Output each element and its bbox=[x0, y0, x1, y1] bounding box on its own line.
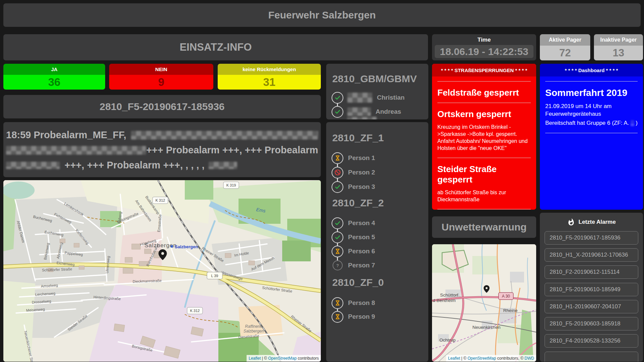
map-attribution: Leaflet | © OpenStreetMap contributors, … bbox=[446, 355, 536, 362]
road-badge: K 312 bbox=[190, 309, 200, 313]
weather-map[interactable]: A 30 Schüttorf d Bentheim Ochtrup Neuenk… bbox=[432, 244, 536, 362]
einsatz-info-title: EINSATZ-INFO bbox=[3, 34, 428, 60]
main-map[interactable]: Schüttorfer Straße Schüttorfer Straße Rh… bbox=[3, 180, 321, 362]
dashboard-screen: Feuerwehr Salzbergen EINSATZ-INFO Time 1… bbox=[0, 0, 644, 362]
check-icon bbox=[332, 106, 343, 118]
check-icon bbox=[332, 181, 343, 193]
event-id: 2810_F5-20190617-185936 bbox=[3, 95, 321, 118]
weather-map-canvas: A 30 Schüttorf d Bentheim Ochtrup Neuenk… bbox=[432, 244, 536, 362]
industrial-label-line1: Raffinerie bbox=[245, 324, 262, 329]
member-name: Person 6 bbox=[348, 248, 375, 255]
member-row: Person 4 bbox=[332, 216, 375, 230]
clock-value: 18.06.19 - 14:22:53 bbox=[435, 45, 533, 58]
response-yes-box: JA 36 bbox=[3, 64, 105, 90]
divider bbox=[437, 209, 531, 209]
no-entry-icon bbox=[332, 167, 343, 178]
inactive-pager-count: 13 bbox=[594, 46, 643, 60]
response-none-label: keine Rückmeldungen bbox=[218, 64, 321, 75]
response-no-box: NEIN 9 bbox=[109, 64, 213, 90]
check-icon bbox=[332, 231, 343, 243]
redacted-text bbox=[6, 162, 60, 169]
road-badge: K 312 bbox=[156, 198, 165, 202]
check-icon bbox=[332, 92, 343, 104]
redacted-name bbox=[347, 117, 377, 119]
hourglass-icon bbox=[332, 152, 343, 164]
town-label: d Bentheim bbox=[433, 298, 456, 303]
divider bbox=[545, 133, 638, 133]
flame-icon bbox=[567, 218, 575, 226]
active-pager-box: Aktive Pager 72 bbox=[540, 34, 590, 60]
redacted-name bbox=[631, 120, 634, 126]
member-row: Person 6 bbox=[332, 245, 375, 258]
roadblocks-header: * * * * STRAßENSPERRUNGEN * * * * bbox=[432, 64, 536, 76]
group-title: 2810_ZF_1 bbox=[332, 132, 384, 144]
town-label: Rheine bbox=[503, 308, 518, 313]
leaflet-link[interactable]: Leaflet bbox=[448, 356, 460, 361]
town-label: Neuenkirchen bbox=[472, 325, 500, 330]
member-name: Christian bbox=[377, 94, 404, 101]
member-name: Person 9 bbox=[348, 313, 375, 320]
weather-warning-title: Unwetterwarnung bbox=[432, 216, 536, 238]
redacted-text bbox=[6, 146, 146, 155]
dashboard-header: * * * * Dashboard * * * * bbox=[540, 64, 643, 76]
alarm-item-partial[interactable] bbox=[545, 352, 638, 362]
response-no-count: 9 bbox=[109, 75, 213, 90]
osm-link[interactable]: OpenStreetMap bbox=[468, 356, 496, 361]
member-row: Person 2 bbox=[332, 166, 375, 179]
hourglass-icon bbox=[332, 246, 343, 257]
response-none-count: 31 bbox=[218, 75, 321, 90]
member-row: Christian bbox=[332, 91, 404, 104]
alarm-text-panel: 18:59 Probealarm_ME_FF, +++ Probealarm +… bbox=[3, 122, 321, 177]
member-row: Person 3 bbox=[332, 180, 375, 194]
roadblock-text: Kreuzung im Ortskern Brinkel ->Sparkasse… bbox=[437, 123, 531, 152]
dashboard-panel: * * * * Dashboard * * * * Sommerfahrt 20… bbox=[540, 64, 643, 210]
response-none-box: keine Rückmeldungen 31 bbox=[218, 64, 321, 90]
recent-alarms-panel: Letzte Alarme 2810_F5-20190617-185936 28… bbox=[540, 213, 643, 362]
question-icon: ? bbox=[333, 260, 343, 270]
redacted-name bbox=[347, 107, 371, 116]
dwd-link[interactable]: DWD bbox=[524, 356, 534, 361]
member-name: Person 4 bbox=[348, 219, 375, 227]
osm-link[interactable]: OpenStreetMap bbox=[268, 356, 297, 361]
divider bbox=[437, 81, 531, 82]
hourglass-icon bbox=[332, 311, 343, 323]
road-badge: K 319 bbox=[226, 183, 236, 187]
alarm-item[interactable]: 2810_H1_X-20190612-170636 bbox=[545, 248, 638, 262]
alarm-item[interactable]: 2810_F5-20190617-185936 bbox=[545, 231, 638, 245]
roadblock-title: Feldstraße gesperrt bbox=[437, 88, 531, 98]
member-row: Person 8 bbox=[332, 296, 375, 310]
member-name: Person 2 bbox=[348, 169, 375, 176]
alarm-line-1: 18:59 Probealarm_ME_FF, bbox=[6, 127, 318, 143]
active-pager-count: 72 bbox=[540, 46, 590, 60]
leaflet-link[interactable]: Leaflet bbox=[249, 356, 261, 361]
alarm-line-3: +++, +++ Probealarm +++, , , , , bbox=[6, 158, 318, 173]
time-label: Time bbox=[432, 34, 536, 43]
alarm-item[interactable]: 2810_F5-20190603-185918 bbox=[545, 317, 638, 330]
member-row: Person 9 bbox=[332, 310, 375, 323]
group-title: 2810_ZF_0 bbox=[332, 277, 384, 288]
dashboard-title: Sommerfahrt 2019 bbox=[545, 88, 638, 98]
alarm-item[interactable]: 2810_F4-20190528-133256 bbox=[545, 334, 638, 348]
roadblock-title: Steider Straße gesperrt bbox=[437, 164, 531, 185]
map-attribution: Leaflet | © OpenStreetMap contributors bbox=[247, 355, 321, 362]
alarm-item[interactable]: 2810_F2-20190612-115114 bbox=[545, 265, 638, 279]
divider bbox=[437, 158, 531, 158]
inactive-pager-box: Inaktive Pager 13 bbox=[594, 34, 643, 60]
member-row: Andreas bbox=[332, 105, 401, 118]
roadblocks-panel: * * * * STRAßENSPERRUNGEN * * * * Feldst… bbox=[432, 64, 536, 210]
group-gbm-panel: 2810_GBM/GBMV Christian Andreas bbox=[326, 64, 428, 119]
group-zf-panel: 2810_ZF_1 Person 1 Person 2 Person 3 281… bbox=[326, 122, 428, 362]
town-label: Schüttorf bbox=[440, 293, 458, 298]
response-yes-label: JA bbox=[3, 64, 105, 75]
app-header: Feuerwehr Salzbergen bbox=[3, 3, 641, 27]
station-label: Salzbergen bbox=[175, 244, 198, 249]
divider bbox=[437, 103, 531, 103]
alarm-item[interactable]: 2810_F5-20190610-185949 bbox=[545, 283, 638, 296]
check-icon bbox=[332, 217, 343, 229]
alarm-item[interactable]: 2810_H1-20190607-204107 bbox=[545, 300, 638, 313]
redacted-text bbox=[131, 131, 318, 140]
member-name: Andreas bbox=[376, 108, 401, 115]
member-name: Person 3 bbox=[348, 183, 375, 191]
inactive-pager-label: Inaktive Pager bbox=[594, 34, 643, 46]
member-name: Person 7 bbox=[348, 262, 375, 269]
